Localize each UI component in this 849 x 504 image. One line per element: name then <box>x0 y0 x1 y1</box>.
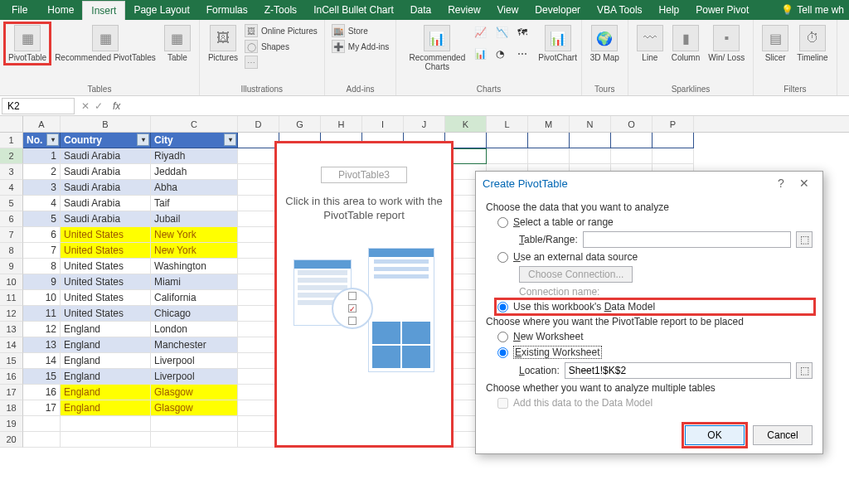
radio-new-worksheet[interactable] <box>497 332 508 342</box>
cell[interactable]: England <box>61 322 151 337</box>
cell[interactable]: California <box>151 290 238 306</box>
radio-external[interactable] <box>497 252 508 263</box>
chart-type-icon[interactable]: 📊 <box>474 48 492 66</box>
cell[interactable]: 7 <box>23 243 61 259</box>
cell[interactable] <box>238 180 279 196</box>
row-header-6[interactable]: 6 <box>0 211 23 227</box>
row-header-12[interactable]: 12 <box>0 306 23 322</box>
cell[interactable]: 3 <box>23 180 61 196</box>
table-header-cell[interactable]: City▾ <box>151 133 238 148</box>
cell[interactable]: England <box>61 337 151 353</box>
cell[interactable] <box>238 164 279 180</box>
row-header-11[interactable]: 11 <box>0 290 23 306</box>
cell[interactable] <box>238 243 279 259</box>
cell[interactable]: London <box>151 322 238 337</box>
sparkline-wl-button[interactable]: ▪Win/ Loss <box>705 23 748 64</box>
pivottable-button[interactable]: ▦PivotTable <box>5 23 50 64</box>
cell[interactable]: 11 <box>23 306 61 322</box>
tab-help[interactable]: Help <box>651 1 688 19</box>
tab-page-layout[interactable]: Page Layout <box>125 1 197 19</box>
row-header-8[interactable]: 8 <box>0 243 23 259</box>
cell[interactable] <box>487 148 528 164</box>
cell[interactable]: 13 <box>23 337 61 353</box>
cell[interactable]: Jeddah <box>151 164 238 180</box>
col-header-L[interactable]: L <box>487 116 528 132</box>
cell[interactable] <box>238 306 279 322</box>
ok-button[interactable]: OK <box>685 425 745 445</box>
col-header-N[interactable]: N <box>570 116 611 132</box>
store-button[interactable]: 🏬Store <box>330 23 391 38</box>
cell[interactable] <box>23 416 61 432</box>
row-header-16[interactable]: 16 <box>0 369 23 385</box>
cell[interactable]: Liverpool <box>151 369 238 385</box>
tab-ztools[interactable]: Z-Tools <box>256 1 305 19</box>
col-header-M[interactable]: M <box>528 116 570 132</box>
rec-charts-button[interactable]: 📊Recommended Charts <box>401 23 473 73</box>
tab-vba[interactable]: VBA Tools <box>589 1 650 19</box>
cell[interactable] <box>238 211 279 227</box>
cell[interactable] <box>151 416 238 432</box>
cell[interactable] <box>23 432 61 448</box>
row-header-15[interactable]: 15 <box>0 353 23 369</box>
row-header-18[interactable]: 18 <box>0 400 23 416</box>
cell[interactable]: Saudi Arabia <box>61 196 151 211</box>
row-header-4[interactable]: 4 <box>0 180 23 196</box>
cell[interactable] <box>238 322 279 337</box>
cell[interactable]: 16 <box>23 385 61 400</box>
myaddins-button[interactable]: ➕My Add-ins <box>330 39 391 54</box>
row-header-14[interactable]: 14 <box>0 337 23 353</box>
opt-datamodel[interactable]: Use this workbook's Data Model <box>497 301 813 313</box>
cell[interactable] <box>238 274 279 290</box>
row-header-2[interactable]: 2 <box>0 148 23 164</box>
col-header-A[interactable]: A <box>23 116 61 132</box>
cell[interactable]: New York <box>151 243 238 259</box>
tell-me[interactable]: 💡Tell me wh <box>776 1 849 19</box>
cell[interactable]: United States <box>61 227 151 243</box>
opt-select-range[interactable]: Select a table or range <box>497 216 813 228</box>
cell[interactable] <box>653 133 694 148</box>
location-picker-button[interactable]: ⬚ <box>796 362 813 379</box>
cell[interactable] <box>238 227 279 243</box>
tab-incell[interactable]: InCell Bullet Chart <box>305 1 402 19</box>
cell[interactable] <box>570 148 611 164</box>
location-input[interactable] <box>565 362 791 379</box>
select-all-corner[interactable] <box>0 116 23 132</box>
cell[interactable]: Chicago <box>151 306 238 322</box>
opt-new-worksheet[interactable]: New Worksheet <box>497 331 813 342</box>
col-header-P[interactable]: P <box>653 116 694 132</box>
cell[interactable]: 2 <box>23 164 61 180</box>
cell[interactable]: 15 <box>23 369 61 385</box>
cell[interactable]: 5 <box>23 211 61 227</box>
cell[interactable]: United States <box>61 243 151 259</box>
cell[interactable] <box>611 133 653 148</box>
filter-dropdown[interactable]: ▾ <box>46 133 59 146</box>
col-header-H[interactable]: H <box>321 116 362 132</box>
cell[interactable]: Abha <box>151 180 238 196</box>
cell[interactable] <box>238 196 279 211</box>
cell[interactable]: Taif <box>151 196 238 211</box>
chart-type-icon[interactable]: ⋯ <box>517 48 536 66</box>
cell[interactable]: England <box>61 353 151 369</box>
row-header-9[interactable]: 9 <box>0 259 23 274</box>
cell[interactable]: 1 <box>23 148 61 164</box>
col-header-C[interactable]: C <box>151 116 238 132</box>
cell[interactable]: 10 <box>23 290 61 306</box>
cell[interactable]: 6 <box>23 227 61 243</box>
cell[interactable]: 4 <box>23 196 61 211</box>
cell[interactable]: Glasgow <box>151 385 238 400</box>
fx-icon[interactable]: fx <box>108 100 125 112</box>
cell[interactable]: Miami <box>151 274 238 290</box>
recommended-pivottables-button[interactable]: ▦Recommended PivotTables <box>51 23 159 64</box>
cell[interactable] <box>238 385 279 400</box>
opt-existing-worksheet[interactable]: Existing Worksheet <box>497 346 813 359</box>
tab-data[interactable]: Data <box>402 1 439 19</box>
radio-select-range[interactable] <box>497 217 508 228</box>
table-range-input[interactable] <box>583 231 791 248</box>
shapes-button[interactable]: ◯Shapes <box>243 39 319 54</box>
table-button[interactable]: ▦Table <box>161 23 194 64</box>
formula-input[interactable] <box>125 99 849 114</box>
cell[interactable] <box>238 337 279 353</box>
col-header-K[interactable]: K <box>445 116 487 132</box>
cell[interactable]: United States <box>61 274 151 290</box>
tab-formulas[interactable]: Formulas <box>198 1 256 19</box>
